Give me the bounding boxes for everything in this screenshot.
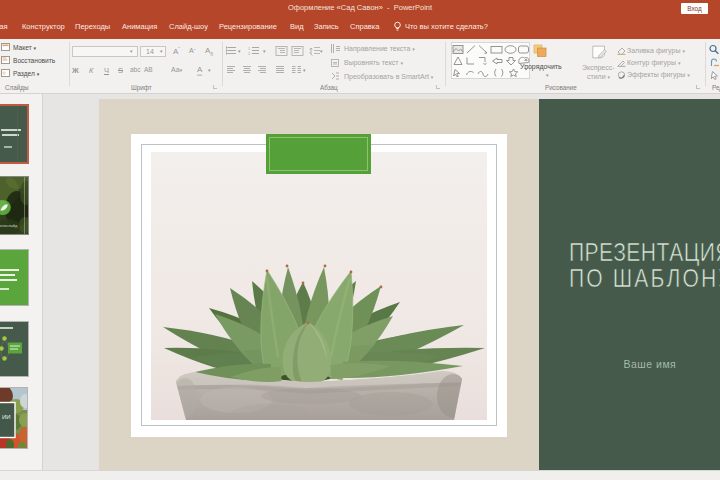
svg-text:2: 2 [248, 51, 251, 56]
svg-text:отослайд: отослайд [0, 223, 18, 228]
svg-text:ИИ: ИИ [2, 414, 11, 420]
